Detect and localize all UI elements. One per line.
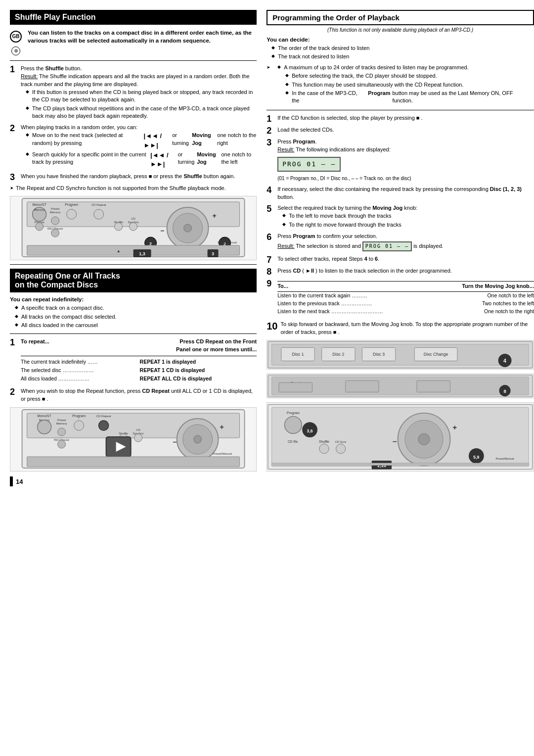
prog-step-2-content: Load the selected CDs.	[277, 126, 534, 134]
prog-display-screen-2: PROG 01 – –	[362, 241, 412, 252]
device-image-main-knob: Program CD Re. Shuffle CD Sync + – 3,6	[267, 402, 534, 472]
svg-point-45	[99, 421, 109, 430]
side-icons: GB ◎	[10, 29, 22, 55]
to-turn-row-2: Listen to the previous track ……………… Two …	[277, 300, 534, 308]
svg-point-60	[194, 435, 202, 443]
svg-text:–: –	[393, 437, 397, 446]
svg-point-43	[74, 421, 84, 430]
repeat-step-2: 2 When you wish to stop the Repeat funct…	[10, 387, 257, 403]
svg-point-10	[94, 209, 104, 219]
programming-title: Programming the Order of Playback	[272, 13, 400, 22]
prog-step-4-content: If necessary, select the disc containing…	[277, 186, 534, 201]
device-image-shuffle: Mono/ST Memory Phones Program CD Repeat …	[10, 196, 257, 260]
to-turn-header: To... Turn the Moving Jog knob...	[277, 282, 534, 292]
svg-rect-63	[27, 457, 240, 467]
programming-subtitle: (This function is not only available dur…	[267, 27, 534, 33]
svg-text:8: 8	[504, 389, 507, 394]
prog-step-6-result2: is displayed.	[413, 243, 444, 249]
svg-text:Mono/ST: Mono/ST	[37, 414, 51, 418]
prog-step-7-num: 7	[267, 255, 274, 264]
svg-point-48	[58, 428, 66, 436]
repeat-table: The current track indefinitely …… REPEAT…	[21, 358, 257, 383]
intro-text: You can listen to the tracks on a compac…	[28, 29, 257, 55]
step-1-number: 1	[10, 65, 18, 74]
you-can-decide: You can decide: The order of the track d…	[267, 37, 534, 61]
svg-point-8	[67, 209, 77, 219]
svg-text:Mono/ST: Mono/ST	[32, 203, 46, 206]
prog-step-8-num: 8	[267, 267, 274, 276]
left-column: Shuffle Play Function GB ◎ You can liste…	[10, 10, 257, 486]
step-3-content: When you have finished the random playba…	[21, 173, 257, 181]
repeat-section-header: Repeating One or All Tracks on the Compa…	[10, 269, 257, 292]
device-image-repeat: Mono/ST Memory Program CD Repeat Preset …	[10, 407, 257, 472]
prog-step-3: 3 Press Program. Result: The following i…	[267, 138, 534, 183]
step-3: 3 When you have finished the random play…	[10, 173, 257, 182]
svg-text:–: –	[173, 438, 177, 446]
svg-text:3: 3	[212, 251, 214, 256]
device-svg-transport: Band TUNER ►II CD ◄◄ TAPE 8	[267, 374, 534, 398]
svg-rect-81	[279, 383, 312, 392]
prog-step-5: 5 Select the required track by turning t…	[267, 204, 534, 230]
repeat-divider	[21, 356, 257, 356]
page-container: Shuffle Play Function GB ◎ You can liste…	[10, 10, 524, 486]
prog-step-4-text: If necessary, select the disc containing…	[277, 186, 522, 200]
svg-rect-111	[272, 463, 529, 466]
svg-text:Disc Change: Disc Change	[424, 352, 448, 357]
device-svg-repeat: Mono/ST Memory Program CD Repeat Preset …	[10, 407, 256, 472]
svg-text:Preset/Manual: Preset/Manual	[218, 241, 237, 244]
prog-step-6-result: Result: The selection is stored and	[277, 243, 362, 249]
svg-text:CD Re.: CD Re.	[288, 440, 299, 443]
step-2-bullet-2: Search quickly for a specific point in t…	[26, 151, 257, 169]
prog-step-5-num: 5	[267, 204, 274, 213]
svg-point-98	[336, 444, 346, 454]
svg-text:Preset/Manual: Preset/Manual	[496, 458, 514, 461]
prog-step-9-num: 9	[267, 279, 274, 288]
repeat-step-1: 1 To repeat... Press CD Repeat on the Fr…	[10, 338, 257, 385]
device-svg-disc: Disc 1 Disc 2 Disc 3 Disc Change 4	[267, 340, 534, 370]
prog-step-1-content: If the CD function is selected, stop the…	[277, 114, 534, 122]
prog-step-8: 8 Press CD ( ►II ) to listen to the trac…	[267, 267, 534, 276]
step-3-number: 3	[10, 173, 18, 182]
step-2-main: When playing tracks in a random order, y…	[21, 124, 137, 130]
prog-step-5-bullet-1: To the left to move back through the tra…	[282, 212, 534, 220]
turn-label: Turn the Moving Jog knob...	[462, 283, 534, 290]
repeat-step-2-text: When you wish to stop the Repeat functio…	[21, 388, 253, 402]
prog-step-7-content: To select other tracks, repeat Steps 4 t…	[277, 255, 534, 263]
svg-text:CD: CD	[136, 428, 140, 431]
repeat-step-2-content: When you wish to stop the Repeat functio…	[21, 387, 257, 403]
prog-step-6-text: Press Program to confirm your selection.	[277, 233, 377, 239]
svg-text:+: +	[220, 423, 224, 431]
svg-point-96	[319, 444, 329, 454]
prog-step-6-num: 6	[267, 233, 274, 241]
prog-step-2: 2 Load the selected CDs.	[267, 126, 534, 135]
repeat-row-1: The current track indefinitely …… REPEAT…	[21, 358, 257, 366]
prog-step-8-text: Press CD ( ►II ) to listen to the track …	[277, 268, 452, 274]
step-1: 1 Press the Shuffle button. Result: The …	[10, 65, 257, 121]
svg-text:Memory: Memory	[50, 211, 61, 214]
svg-text:Preset: Preset	[51, 207, 60, 210]
svg-text:4: 4	[503, 358, 506, 364]
shuffle-section-header: Shuffle Play Function	[10, 10, 257, 25]
svg-text:▲: ▲	[117, 249, 121, 253]
device-svg-main-knob: Program CD Re. Shuffle CD Sync + – 3,6	[267, 402, 534, 472]
repeat-step-1-number: 1	[10, 338, 18, 347]
repeat-title-1: Repeating One or All Tracks	[15, 272, 120, 280]
decide-bullet-2: The track not desired to listen	[271, 53, 534, 60]
prog-step-3-result: Result: The following indications are di…	[277, 146, 391, 152]
step-2-bullet-1: Move on to the next track (selected at r…	[26, 132, 257, 149]
prog-divider-1	[267, 110, 534, 110]
step-1-bullet-1: If this button is pressed when the CD is…	[26, 89, 257, 104]
repeat-row-3: All discs loaded ……………… REPEAT ALL CD is…	[21, 375, 257, 382]
svg-text:Disc 1: Disc 1	[292, 352, 304, 357]
svg-text:5,9: 5,9	[474, 455, 480, 460]
programming-section-header: Programming the Order of Playback	[267, 10, 534, 25]
you-can-repeat-title: You can repeat indefinitely:	[10, 296, 257, 302]
to-turn-row-3: Listen to the next track ………………………… One …	[277, 308, 534, 316]
prog-step-5-bullet-2: To the right to move forward through the…	[282, 221, 534, 229]
divider-3	[10, 333, 257, 334]
to-turn-row-1: Listen to the current track again ……… On…	[277, 292, 534, 300]
prog-step-4-num: 4	[267, 186, 274, 194]
svg-point-6	[36, 223, 44, 231]
svg-text:Shuffle: Shuffle	[319, 440, 329, 443]
svg-point-13	[51, 217, 59, 225]
